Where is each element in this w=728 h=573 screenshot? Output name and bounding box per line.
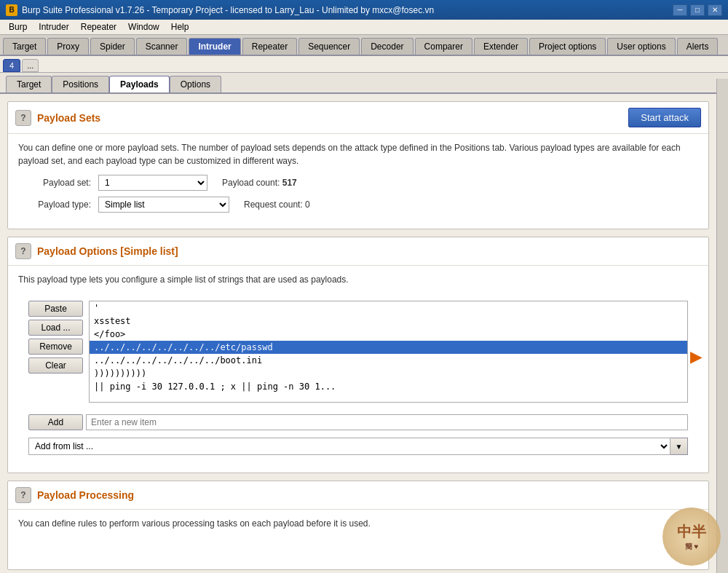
- start-attack-button[interactable]: Start attack: [628, 108, 701, 127]
- tab-repeater[interactable]: Repeater: [242, 38, 297, 55]
- tab-alerts[interactable]: Alerts: [677, 38, 719, 55]
- payload-set-row: Payload set: 1 Payload count: 517: [18, 175, 698, 191]
- menu-item-help[interactable]: Help: [165, 20, 195, 33]
- sub-tab-area: 4 ...: [0, 56, 728, 73]
- tab-sequencer[interactable]: Sequencer: [298, 38, 360, 55]
- add-from-list-row: Add from list ... ▼: [18, 435, 698, 462]
- list-item[interactable]: ../../../../../../../../boot.ini: [90, 354, 687, 367]
- payload-type-label: Payload type:: [18, 199, 91, 210]
- orange-arrow-icon: ▶: [690, 348, 701, 365]
- window-title: Burp Suite Professional v1.7.26 - Tempor…: [22, 5, 434, 15]
- list-item[interactable]: </foo>: [90, 328, 687, 341]
- payload-sets-description: You can define one or more payload sets.…: [18, 141, 698, 167]
- right-scrollbar[interactable]: [716, 94, 728, 573]
- payload-processing-title: Payload Processing: [37, 489, 134, 501]
- list-item[interactable]: xsstest: [90, 315, 687, 328]
- paste-button[interactable]: Paste: [28, 301, 83, 317]
- payload-list[interactable]: ' xsstest </foo> ../../../../../../../..…: [89, 301, 688, 403]
- sub-tab-4[interactable]: 4: [3, 59, 20, 72]
- payload-processing-header: ? Payload Processing: [8, 481, 708, 510]
- payload-options-area: Paste Load ... Remove Clear ' xsstest </…: [18, 293, 698, 410]
- tab-intruder[interactable]: Intruder: [189, 38, 240, 55]
- tab-target[interactable]: Target: [3, 38, 46, 55]
- add-item-row: Add: [18, 410, 698, 435]
- maximize-button[interactable]: □: [690, 4, 705, 16]
- menu-item-burp[interactable]: Burp: [3, 20, 33, 33]
- payload-processing-description: You can define rules to perform various …: [18, 517, 698, 530]
- title-bar-left: B Burp Suite Professional v1.7.26 - Temp…: [6, 4, 434, 16]
- content-area: ? Payload Sets Start attack You can defi…: [0, 94, 728, 573]
- payload-sets-section: ? Payload Sets Start attack You can defi…: [7, 101, 709, 229]
- payload-sets-help-icon[interactable]: ?: [15, 110, 31, 126]
- menu-item-window[interactable]: Window: [122, 20, 165, 33]
- payload-options-section: ? Payload Options [Simple list] This pay…: [7, 237, 709, 473]
- payload-options-header: ? Payload Options [Simple list]: [8, 237, 708, 266]
- sub-tab-more[interactable]: ...: [22, 59, 39, 72]
- list-item[interactable]: )))))))))): [90, 367, 687, 380]
- payload-type-select[interactable]: Simple list Runtime file Custom iterator…: [98, 197, 229, 213]
- list-item[interactable]: ': [90, 301, 687, 315]
- tab-proxy[interactable]: Proxy: [47, 38, 89, 55]
- title-bar: B Burp Suite Professional v1.7.26 - Temp…: [0, 0, 728, 20]
- add-item-input[interactable]: [86, 414, 688, 430]
- app-container: B Burp Suite Professional v1.7.26 - Temp…: [0, 0, 728, 573]
- remove-button[interactable]: Remove: [28, 339, 83, 355]
- list-item[interactable]: || ping -i 30 127.0.0.1 ; x || ping -n 3…: [90, 380, 687, 393]
- payload-processing-body: You can define rules to perform various …: [8, 510, 708, 569]
- menu-item-repeater[interactable]: Repeater: [75, 20, 122, 33]
- tab-extender[interactable]: Extender: [474, 38, 528, 55]
- payload-processing-help-icon[interactable]: ?: [15, 487, 31, 503]
- add-from-list-select[interactable]: Add from list ...: [28, 438, 670, 455]
- payload-options-description: This payload type lets you configure a s…: [18, 273, 698, 286]
- tab-project-options[interactable]: Project options: [529, 38, 606, 55]
- payload-count-label: Payload count: 517: [222, 178, 297, 188]
- tab-comparer[interactable]: Comparer: [415, 38, 472, 55]
- inner-tab-positions[interactable]: Positions: [52, 76, 109, 92]
- payload-set-label: Payload set:: [18, 178, 91, 188]
- payload-options-title: Payload Options [Simple list]: [37, 245, 178, 257]
- title-bar-controls: ─ □ ✕: [673, 4, 722, 16]
- payload-processing-buttons-placeholder: [18, 537, 698, 559]
- add-button[interactable]: Add: [28, 414, 83, 430]
- inner-tab-bar: Target Positions Payloads Options: [0, 73, 728, 94]
- watermark: 中半 簡 ♥: [662, 507, 721, 566]
- payload-options-body: This payload type lets you configure a s…: [8, 266, 708, 473]
- payload-sets-title: Payload Sets: [37, 112, 100, 124]
- tab-user-options[interactable]: User options: [607, 38, 675, 55]
- menu-bar: Burp Intruder Repeater Window Help: [0, 20, 728, 35]
- list-item-selected[interactable]: ../../../../../../../../etc/passwd: [90, 341, 687, 354]
- tab-scanner[interactable]: Scanner: [136, 38, 188, 55]
- payload-options-help-icon[interactable]: ?: [15, 243, 31, 259]
- menu-item-intruder[interactable]: Intruder: [33, 20, 74, 33]
- tab-spider[interactable]: Spider: [90, 38, 135, 55]
- inner-tab-options[interactable]: Options: [170, 76, 221, 92]
- payload-list-area: ' xsstest </foo> ../../../../../../../..…: [89, 301, 688, 403]
- app-icon: B: [6, 4, 17, 16]
- clear-button[interactable]: Clear: [28, 357, 83, 374]
- payload-type-row: Payload type: Simple list Runtime file C…: [18, 197, 698, 213]
- payload-processing-section: ? Payload Processing You can define rule…: [7, 481, 709, 570]
- load-button[interactable]: Load ...: [28, 320, 83, 336]
- payload-sets-header: ? Payload Sets Start attack: [8, 102, 708, 134]
- payload-set-select[interactable]: 1: [98, 175, 207, 191]
- inner-tab-payloads[interactable]: Payloads: [109, 76, 170, 92]
- inner-tab-target[interactable]: Target: [6, 76, 52, 92]
- tab-decoder[interactable]: Decoder: [361, 38, 413, 55]
- payload-action-buttons: Paste Load ... Remove Clear: [28, 301, 83, 403]
- add-from-list-dropdown-arrow[interactable]: ▼: [670, 438, 688, 455]
- request-count-label: Request count: 0: [244, 199, 310, 210]
- payload-sets-body: You can define one or more payload sets.…: [8, 134, 708, 229]
- main-tab-bar: Target Proxy Spider Scanner Intruder Rep…: [0, 35, 728, 56]
- close-button[interactable]: ✕: [708, 4, 722, 16]
- minimize-button[interactable]: ─: [673, 4, 687, 16]
